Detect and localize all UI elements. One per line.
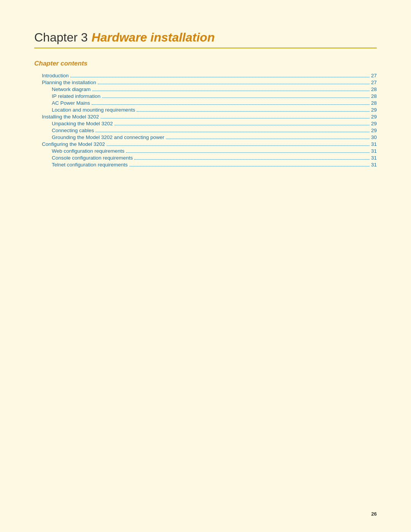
toc-page-number: 29: [371, 128, 377, 133]
toc-item: Web configuration requirements 31: [52, 148, 377, 154]
toc-dots: [115, 125, 370, 125]
page-number: 26: [371, 511, 377, 517]
toc-dots: [96, 132, 370, 132]
toc-link[interactable]: AC Power Mains: [52, 100, 90, 106]
toc-item: Introduction27: [42, 73, 377, 78]
toc-dots: [98, 84, 370, 84]
toc-link[interactable]: Introduction: [42, 73, 69, 78]
toc-item: Installing the Model 320229: [42, 114, 377, 120]
toc-item: AC Power Mains 28: [52, 100, 377, 106]
toc-dots: [102, 97, 370, 98]
toc-page-number: 31: [371, 141, 377, 147]
toc-page-number: 31: [371, 155, 377, 161]
toc-link[interactable]: Network diagram: [52, 86, 91, 92]
toc-link[interactable]: Connecting cables: [52, 128, 94, 133]
toc-link[interactable]: Web configuration requirements: [52, 148, 124, 154]
toc-dots: [92, 104, 370, 105]
toc-item: Unpacking the Model 3202 29: [52, 121, 377, 126]
toc-dots: [126, 152, 370, 153]
toc-page-number: 29: [371, 107, 377, 113]
toc-item: IP related information 28: [52, 93, 377, 99]
toc-item: Network diagram 28: [52, 86, 377, 92]
toc-item: Location and mounting requirements 29: [52, 107, 377, 113]
toc-link[interactable]: Configuring the Model 3202: [42, 141, 105, 147]
toc-dots: [134, 159, 370, 160]
toc-page-number: 29: [371, 121, 377, 126]
toc-dots: [107, 145, 370, 146]
toc-page-number: 27: [371, 73, 377, 78]
toc-item: Planning the installation27: [42, 80, 377, 85]
toc-page-number: 29: [371, 114, 377, 120]
toc-container: Introduction27Planning the installation2…: [42, 73, 377, 168]
chapter-title: Hardware installation: [92, 30, 215, 44]
toc-page-number: 30: [371, 134, 377, 140]
toc-page-number: 28: [371, 93, 377, 99]
toc-dots: [166, 139, 370, 139]
chapter-header: Chapter 3Hardware installation: [34, 30, 377, 48]
toc-dots: [137, 111, 370, 112]
chapter-contents-heading: Chapter contents: [34, 60, 377, 67]
toc-link[interactable]: Unpacking the Model 3202: [52, 121, 113, 126]
toc-dots: [70, 77, 370, 77]
toc-link[interactable]: Installing the Model 3202: [42, 114, 99, 120]
toc-page-number: 27: [371, 80, 377, 85]
chapter-label: Chapter 3: [34, 30, 88, 44]
toc-page-number: 31: [371, 148, 377, 154]
toc-item: Connecting cables 29: [52, 128, 377, 133]
toc-dots: [129, 166, 370, 166]
toc-page-number: 28: [371, 100, 377, 106]
toc-page-number: 31: [371, 162, 377, 168]
toc-dots: [100, 118, 370, 118]
toc-link[interactable]: Grounding the Model 3202 and connecting …: [52, 134, 164, 140]
toc-link[interactable]: IP related information: [52, 93, 100, 99]
toc-link[interactable]: Telnet configuration requirements: [52, 162, 128, 168]
toc-item: Grounding the Model 3202 and connecting …: [52, 134, 377, 140]
toc-link[interactable]: Planning the installation: [42, 80, 96, 85]
toc-item: Configuring the Model 320231: [42, 141, 377, 147]
page-container: Chapter 3Hardware installation Chapter c…: [0, 0, 411, 199]
toc-dots: [92, 91, 370, 91]
toc-item: Console configuration requirements 31: [52, 155, 377, 161]
toc-item: Telnet configuration requirements 31: [52, 162, 377, 168]
toc-link[interactable]: Console configuration requirements: [52, 155, 133, 161]
toc-page-number: 28: [371, 86, 377, 92]
toc-link[interactable]: Location and mounting requirements: [52, 107, 135, 113]
